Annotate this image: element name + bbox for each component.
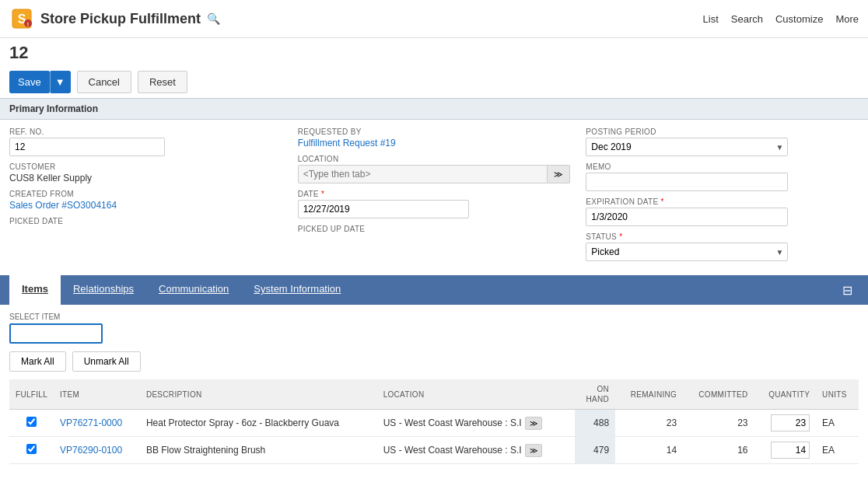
posting-period-group: POSTING PERIOD Dec 2019 ▼ xyxy=(586,127,859,156)
fulfill-checkbox-cell xyxy=(9,410,54,437)
form-col-3: POSTING PERIOD Dec 2019 ▼ MEMO EXPIRATIO… xyxy=(586,127,859,267)
quantity-cell xyxy=(754,437,817,464)
col-header-item: ITEM xyxy=(54,379,140,410)
location-dropdown-btn-0[interactable]: ≫ xyxy=(525,417,542,430)
description-cell: BB Flow Straightening Brush xyxy=(140,437,377,464)
cancel-button[interactable]: Cancel xyxy=(77,71,131,93)
date-group: DATE * 12/27/2019 xyxy=(298,190,571,218)
table-row: VP76271-0000 Heat Protector Spray - 6oz … xyxy=(9,410,859,437)
remaining-cell: 14 xyxy=(615,437,683,464)
customer-value: CUS8 Keller Supply xyxy=(9,173,282,183)
posting-period-label: POSTING PERIOD xyxy=(586,127,859,136)
location-cell: US - West Coast Warehouse : S.I ≫ xyxy=(377,410,575,437)
status-label: STATUS * xyxy=(586,232,859,241)
ref-no-label: REF. NO. xyxy=(9,127,282,136)
customer-group: CUSTOMER CUS8 Keller Supply xyxy=(9,162,282,183)
unmark-all-button[interactable]: Unmark All xyxy=(72,351,141,372)
committed-cell: 16 xyxy=(683,437,754,464)
description-cell: Heat Protector Spray - 6oz - Blackberry … xyxy=(140,410,377,437)
customize-link[interactable]: Customize xyxy=(775,13,823,25)
fulfill-checkbox-1[interactable] xyxy=(26,444,37,454)
top-navigation: S ! Store Pickup Fulfillment 🔍 List Sear… xyxy=(0,0,868,38)
location-dropdown-btn-1[interactable]: ≫ xyxy=(525,444,542,457)
created-from-label: CREATED FROM xyxy=(9,190,282,198)
customer-label: CUSTOMER xyxy=(9,162,282,171)
col-header-description: DESCRIPTION xyxy=(140,379,377,410)
units-cell: EA xyxy=(816,410,859,437)
expiration-date-label: EXPIRATION DATE * xyxy=(586,197,859,206)
on-hand-cell: 479 xyxy=(575,437,616,464)
reset-button[interactable]: Reset xyxy=(138,71,187,93)
quantity-input-1[interactable] xyxy=(771,442,810,459)
more-link[interactable]: More xyxy=(835,13,859,25)
record-number: 12 xyxy=(0,38,868,66)
save-button[interactable]: Save xyxy=(9,71,50,93)
on-hand-cell: 488 xyxy=(575,410,616,437)
location-input[interactable] xyxy=(298,165,548,183)
col-header-committed: COMMITTED xyxy=(683,379,754,410)
action-bar: Save ▼ Cancel Reset xyxy=(0,66,868,98)
items-content: SELECT ITEM Mark All Unmark All FULFILL … xyxy=(0,305,868,472)
col-header-fulfill: FULFILL xyxy=(9,379,54,410)
expiration-date-group: EXPIRATION DATE * 1/3/2020 xyxy=(586,197,859,226)
list-link[interactable]: List xyxy=(703,13,719,25)
requested-by-group: REQUESTED BY Fulfillment Request #19 xyxy=(298,127,571,148)
col-header-units: UNITS xyxy=(816,379,859,410)
date-label: DATE * xyxy=(298,190,571,198)
picked-date-value xyxy=(9,227,282,238)
location-dropdown-button[interactable]: ≫ xyxy=(548,165,570,183)
col-header-on-hand: ON HAND xyxy=(575,379,616,410)
picked-up-date-value xyxy=(298,235,571,246)
form-col-2: REQUESTED BY Fulfillment Request #19 LOC… xyxy=(298,127,571,267)
quantity-input-0[interactable] xyxy=(771,414,810,431)
location-label: LOCATION xyxy=(298,155,571,163)
posting-period-select[interactable]: Dec 2019 xyxy=(586,138,788,156)
expiration-date-input[interactable]: 1/3/2020 xyxy=(586,208,788,226)
picked-up-date-label: PICKED UP DATE xyxy=(298,225,571,233)
location-cell: US - West Coast Warehouse : S.I ≫ xyxy=(377,437,575,464)
col-header-location: LOCATION xyxy=(377,379,575,410)
tab-system-information[interactable]: System Information xyxy=(241,275,353,305)
picked-up-date-group: PICKED UP DATE xyxy=(298,225,571,246)
tab-items[interactable]: Items xyxy=(9,275,61,305)
app-icon: S ! xyxy=(9,6,34,31)
items-table: FULFILL ITEM DESCRIPTION LOCATION ON HAN… xyxy=(9,379,859,464)
status-select[interactable]: Picked xyxy=(586,243,788,261)
table-row: VP76290-0100 BB Flow Straightening Brush… xyxy=(9,437,859,464)
select-item-input[interactable] xyxy=(9,323,103,344)
created-from-value: Sales Order #SO3004164 xyxy=(9,200,282,211)
fulfill-checkbox-cell xyxy=(9,437,54,464)
search-inline-icon[interactable]: 🔍 xyxy=(207,12,220,25)
select-item-label: SELECT ITEM xyxy=(9,313,859,321)
picked-date-label: PICKED DATE xyxy=(9,217,282,225)
save-dropdown-button[interactable]: ▼ xyxy=(50,71,71,93)
mark-buttons-group: Mark All Unmark All xyxy=(9,351,859,372)
page-title: Store Pickup Fulfillment xyxy=(40,11,201,27)
ref-no-group: REF. NO. 12 xyxy=(9,127,282,156)
fulfill-checkbox-0[interactable] xyxy=(26,417,37,427)
remaining-cell: 23 xyxy=(615,410,683,437)
collapse-icon[interactable]: ⊟ xyxy=(836,277,859,304)
tab-relationships[interactable]: Relationships xyxy=(61,275,146,305)
col-header-remaining: REMAINING xyxy=(615,379,683,410)
status-group: STATUS * Picked ▼ xyxy=(586,232,859,261)
tab-communication[interactable]: Communication xyxy=(146,275,241,305)
requested-by-link[interactable]: Fulfillment Request #19 xyxy=(298,138,396,148)
item-code-cell: VP76271-0000 xyxy=(54,410,140,437)
memo-group: MEMO xyxy=(586,162,859,191)
ref-no-input[interactable]: 12 xyxy=(9,138,165,156)
memo-input[interactable] xyxy=(586,173,788,191)
mark-all-button[interactable]: Mark All xyxy=(9,351,66,372)
picked-date-group: PICKED DATE xyxy=(9,217,282,238)
units-cell: EA xyxy=(816,437,859,464)
tabs-bar: Items Relationships Communication System… xyxy=(0,275,868,305)
committed-cell: 23 xyxy=(683,410,754,437)
requested-by-label: REQUESTED BY xyxy=(298,127,571,136)
select-item-group: SELECT ITEM xyxy=(9,313,859,344)
form-col-1: REF. NO. 12 CUSTOMER CUS8 Keller Supply … xyxy=(9,127,282,267)
created-from-link[interactable]: Sales Order #SO3004164 xyxy=(9,200,117,211)
location-group: LOCATION ≫ xyxy=(298,155,571,183)
item-code-cell: VP76290-0100 xyxy=(54,437,140,464)
date-input[interactable]: 12/27/2019 xyxy=(298,200,469,218)
search-link[interactable]: Search xyxy=(731,13,763,25)
